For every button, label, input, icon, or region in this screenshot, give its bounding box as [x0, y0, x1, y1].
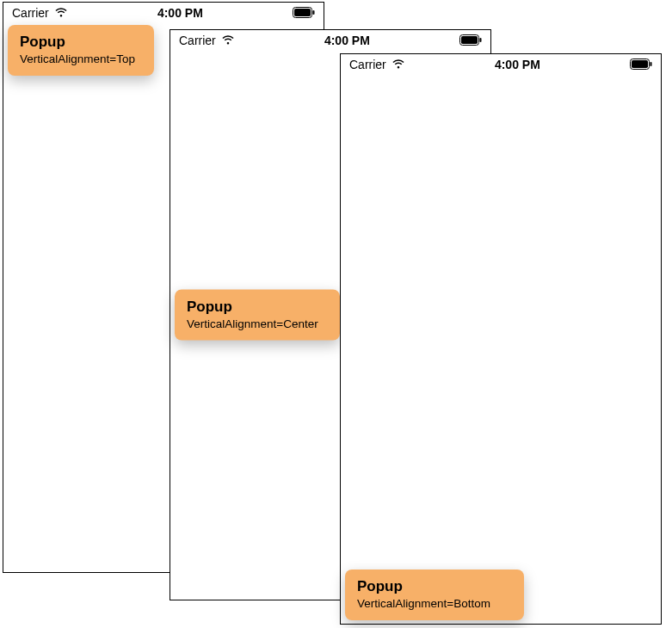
battery-icon: [459, 34, 482, 46]
svg-rect-5: [479, 38, 481, 42]
popup-description: VerticalAlignment=Bottom: [357, 597, 512, 610]
popup-bottom[interactable]: Popup VerticalAlignment=Bottom: [345, 570, 524, 620]
popup-title: Popup: [20, 34, 142, 51]
carrier-label: Carrier: [12, 6, 49, 20]
svg-rect-8: [650, 62, 651, 66]
carrier-label: Carrier: [179, 34, 216, 47]
svg-rect-1: [294, 9, 311, 16]
status-bar-left: Carrier: [179, 34, 235, 47]
battery-icon: [293, 7, 315, 18]
status-bar: Carrier 4:00 PM: [170, 30, 490, 51]
clock-time: 4:00 PM: [495, 58, 540, 71]
popup-title: Popup: [187, 299, 328, 316]
status-bar: Carrier 4:00 PM: [341, 54, 661, 75]
popup-description: VerticalAlignment=Top: [20, 52, 142, 65]
popup-description: VerticalAlignment=Center: [187, 317, 328, 330]
carrier-label: Carrier: [349, 58, 386, 71]
popup-title: Popup: [357, 578, 512, 595]
popup-top[interactable]: Popup VerticalAlignment=Top: [8, 25, 154, 76]
status-bar-left: Carrier: [349, 58, 405, 71]
wifi-icon: [391, 59, 405, 70]
wifi-icon: [54, 8, 68, 18]
clock-time: 4:00 PM: [157, 6, 203, 20]
popup-center[interactable]: Popup VerticalAlignment=Center: [175, 290, 340, 341]
status-bar-left: Carrier: [12, 6, 68, 20]
clock-time: 4:00 PM: [324, 34, 370, 47]
svg-rect-4: [461, 36, 478, 44]
svg-rect-7: [632, 60, 648, 68]
svg-rect-2: [312, 10, 314, 15]
phone-screen-bottom-alignment: Carrier 4:00 PM Popup VerticalAlignment=…: [340, 53, 662, 625]
status-bar: Carrier 4:00 PM: [3, 3, 324, 23]
wifi-icon: [221, 35, 235, 46]
battery-icon: [630, 58, 652, 70]
